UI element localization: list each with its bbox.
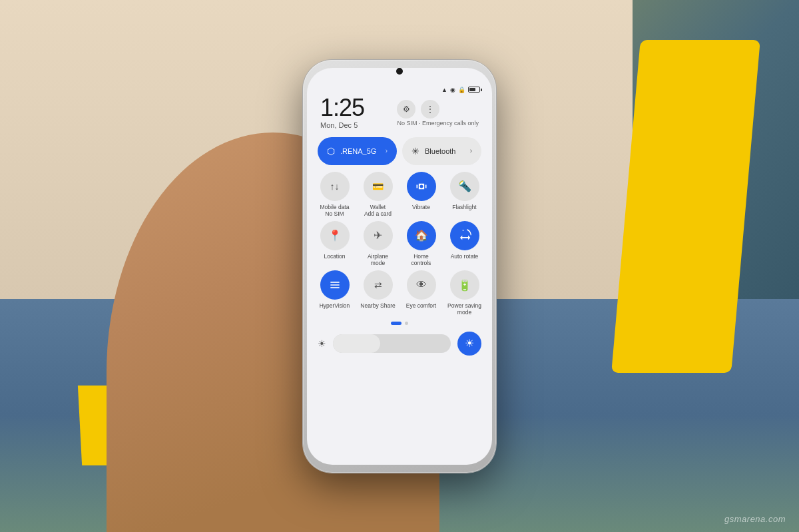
mobile-data-icon: ↑↓ [320, 172, 350, 201]
tile-airplane[interactable]: ✈ Airplanemode [358, 221, 398, 266]
phone-frame: ▲ ◉ 🔒 1:25 Mon, Dec 5 ⚙ ⋮ [303, 60, 496, 473]
date-display: Mon, Dec 5 [320, 121, 364, 129]
tile-auto-rotate[interactable]: Auto rotate [445, 221, 484, 266]
page-dots [307, 322, 492, 325]
tile-mobile-data[interactable]: ↑↓ Mobile dataNo SIM [315, 172, 354, 217]
status-icons: ▲ ◉ 🔒 [441, 87, 480, 93]
battery-icon [468, 87, 480, 93]
nearby-share-label: Nearby Share [360, 302, 395, 309]
brightness-auto-icon: ☀ [465, 337, 474, 350]
wifi-tile-icon: ⬡ [327, 146, 335, 156]
wallet-label: WalletAdd a card [364, 204, 392, 217]
brightness-track[interactable] [333, 334, 451, 353]
home-controls-symbol: 🏠 [415, 229, 428, 242]
auto-rotate-svg [458, 229, 471, 242]
sim-notice: No SIM · Emergency calls only [397, 120, 479, 127]
airplane-icon: ✈ [364, 221, 393, 250]
tile-hypervision[interactable]: HyperVision [315, 270, 354, 316]
tile-flashlight[interactable]: 🔦 Flashlight [445, 172, 484, 217]
wifi-tile-chevron: › [386, 147, 388, 154]
icon-grid: ↑↓ Mobile dataNo SIM 💳 WalletAdd a card … [307, 172, 492, 316]
flashlight-icon: 🔦 [450, 172, 479, 201]
dot-1 [391, 322, 401, 325]
power-saving-symbol: 🔋 [458, 279, 471, 292]
location-label: Location [324, 253, 345, 260]
wallet-icon: 💳 [364, 172, 393, 201]
more-button[interactable]: ⋮ [421, 100, 439, 119]
hypervision-svg [328, 278, 342, 292]
vibrate-icon [407, 172, 436, 201]
settings-button[interactable]: ⚙ [397, 100, 415, 119]
eye-comfort-icon: 👁 [407, 270, 436, 300]
tile-nearby-share[interactable]: ⇄ Nearby Share [358, 270, 398, 316]
hypervision-label: HyperVision [320, 302, 350, 309]
flashlight-label: Flashlight [452, 204, 476, 210]
mobile-data-symbol: ↑↓ [330, 181, 340, 192]
time-section: 1:25 Mon, Dec 5 ⚙ ⋮ No SIM · Emergency c… [307, 96, 492, 137]
tile-power-saving[interactable]: 🔋 Power savingmode [445, 270, 484, 316]
location-icon: 📍 [320, 221, 350, 250]
time-block: 1:25 Mon, Dec 5 [320, 96, 364, 129]
bluetooth-tile-icon: ✳ [411, 146, 419, 156]
tile-location[interactable]: 📍 Location [315, 221, 354, 266]
brightness-fill [333, 334, 380, 353]
brightness-low-icon: ☀ [318, 338, 326, 349]
power-saving-icon: 🔋 [450, 270, 479, 300]
auto-rotate-label: Auto rotate [451, 253, 479, 260]
nearby-share-symbol: ⇄ [374, 280, 382, 290]
top-quick-tiles: ⬡ .RENA_5G › ✳ Bluetooth › [307, 137, 492, 165]
bluetooth-tile-chevron: › [470, 147, 472, 154]
home-controls-label: Homecontrols [411, 253, 431, 266]
bluetooth-tile[interactable]: ✳ Bluetooth › [402, 137, 481, 165]
wifi-tile-label: .RENA_5G [340, 147, 380, 155]
airplane-symbol: ✈ [374, 229, 382, 242]
brightness-row: ☀ ☀ [307, 332, 492, 356]
phone-screen: ▲ ◉ 🔒 1:25 Mon, Dec 5 ⚙ ⋮ [307, 68, 492, 465]
home-controls-icon: 🏠 [407, 221, 436, 250]
flashlight-symbol: 🔦 [458, 180, 471, 192]
nearby-share-icon: ⇄ [364, 270, 393, 300]
power-saving-label: Power savingmode [447, 302, 481, 316]
eye-comfort-label: Eye comfort [406, 302, 436, 309]
hypervision-icon [320, 270, 350, 300]
wifi-tile[interactable]: ⬡ .RENA_5G › [318, 137, 397, 165]
wallet-symbol: 💳 [372, 181, 384, 192]
time-display: 1:25 [320, 96, 364, 120]
bluetooth-tile-label: Bluetooth [425, 147, 465, 155]
time-actions: ⚙ ⋮ [397, 100, 479, 119]
airplane-label: Airplanemode [368, 253, 388, 266]
mobile-data-label: Mobile dataNo SIM [320, 204, 350, 217]
vibrate-label: Vibrate [412, 204, 430, 210]
eye-comfort-symbol: 👁 [416, 279, 427, 291]
tile-wallet[interactable]: 💳 WalletAdd a card [358, 172, 398, 217]
signal-status-icon: ◉ [450, 87, 455, 93]
settings-icon: ⚙ [403, 105, 410, 114]
watermark: gsmarena.com [724, 514, 786, 524]
vibrate-svg [415, 180, 428, 193]
lock-status-icon: 🔒 [458, 87, 465, 93]
watermark-text: gsmarena.com [724, 514, 786, 524]
battery-fill [469, 88, 475, 91]
tile-vibrate[interactable]: Vibrate [401, 172, 441, 217]
dot-2 [405, 322, 408, 325]
location-symbol: 📍 [328, 229, 342, 242]
camera-notch [396, 68, 403, 75]
tile-eye-comfort[interactable]: 👁 Eye comfort [401, 270, 441, 316]
auto-rotate-icon [450, 221, 479, 250]
wifi-status-icon: ▲ [441, 87, 447, 93]
more-icon: ⋮ [426, 105, 434, 114]
brightness-auto-button[interactable]: ☀ [457, 332, 481, 356]
tile-home-controls[interactable]: 🏠 Homecontrols [401, 221, 441, 266]
